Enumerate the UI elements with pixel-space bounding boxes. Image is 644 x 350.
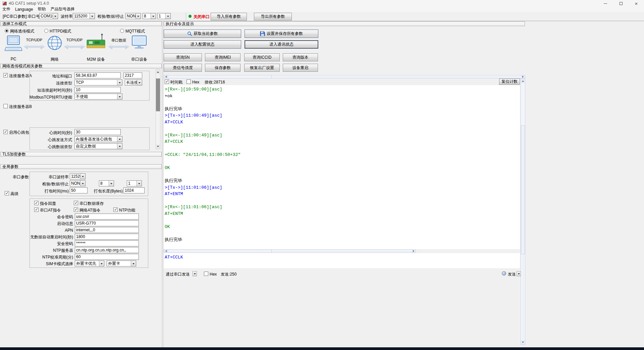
parity-select[interactable]: NONE bbox=[125, 13, 141, 19]
import-all-params-button[interactable]: 导入所有参数 bbox=[211, 13, 247, 20]
query-iccid-button[interactable]: 查询ICCID bbox=[244, 53, 280, 61]
scrollbar-track[interactable] bbox=[272, 75, 521, 78]
save-params-button[interactable]: 保存参数 bbox=[205, 64, 240, 72]
net-params-scrollbar[interactable] bbox=[156, 69, 160, 149]
export-all-params-button[interactable]: 导出所有参数 bbox=[254, 13, 292, 20]
log-line bbox=[165, 158, 520, 165]
heartbeat-checkbox[interactable] bbox=[3, 130, 8, 134]
reset-count-button[interactable]: 复位计数 bbox=[499, 78, 520, 85]
menu-item-help[interactable]: 帮助 bbox=[35, 7, 48, 12]
network-globe-icon bbox=[47, 35, 62, 52]
server-a-checkbox[interactable] bbox=[3, 73, 8, 77]
radio-mqtt-mode[interactable] bbox=[120, 29, 124, 33]
g-baud-value: 115200 bbox=[70, 174, 80, 179]
security-password-input[interactable] bbox=[75, 240, 139, 246]
send-hex-checkbox[interactable] bbox=[204, 272, 208, 276]
set-save-params-button[interactable]: 设置并保存所有参数 bbox=[245, 30, 318, 38]
close-button[interactable]: × bbox=[629, 0, 644, 7]
sim-mode-select[interactable]: 外置卡优先 bbox=[75, 260, 104, 267]
scrollbar-track[interactable] bbox=[521, 254, 525, 340]
conn-type-label: 连接类型 bbox=[27, 81, 72, 85]
com-port-select[interactable]: COM10 bbox=[39, 13, 58, 19]
hb-type-select[interactable]: 自定义数据 bbox=[74, 143, 122, 149]
scrollbar-track[interactable] bbox=[272, 250, 412, 252]
radio-net-transparent-mode[interactable] bbox=[5, 29, 9, 33]
query-sn-button[interactable]: 查询SN bbox=[164, 53, 202, 61]
pack-len-input[interactable] bbox=[123, 187, 145, 193]
g-parity-select[interactable]: NONE bbox=[70, 180, 86, 186]
hb-time-input[interactable] bbox=[74, 129, 121, 135]
databits-select[interactable]: 8 bbox=[143, 13, 156, 19]
apn-input[interactable] bbox=[75, 227, 139, 233]
cmd-echo-checkbox[interactable] bbox=[34, 201, 39, 205]
baud-select[interactable]: 115200 bbox=[73, 13, 95, 19]
send-preview-area[interactable]: AT+CCLK bbox=[164, 253, 520, 268]
minimize-button[interactable] bbox=[598, 0, 613, 7]
advanced-checkbox[interactable] bbox=[5, 191, 9, 195]
scrollbar-thumb[interactable] bbox=[156, 78, 160, 111]
send-options-icon[interactable] bbox=[502, 271, 506, 276]
ntp-checkbox[interactable] bbox=[113, 208, 118, 212]
send-dropdown[interactable] bbox=[517, 271, 521, 276]
close-serial-button[interactable]: 关闭串口 bbox=[194, 14, 210, 20]
hb-mode-select[interactable]: 向服务器发送心跳包 bbox=[74, 136, 122, 142]
send-button[interactable]: 发送 bbox=[508, 272, 516, 277]
scroll-left-icon[interactable] bbox=[164, 250, 168, 252]
timestamp-checkbox[interactable] bbox=[165, 79, 169, 84]
pack-len-label: 打包长度(Bytes) bbox=[94, 189, 122, 193]
right-panel: 执行命令及提示 获取当前参数 设置并保存所有参数 进入配置状态 进入通讯状态 查… bbox=[163, 21, 525, 347]
stopbits-select[interactable]: 1 bbox=[157, 13, 171, 19]
serial-at-checkbox[interactable] bbox=[34, 208, 39, 212]
maximize-button[interactable] bbox=[613, 0, 629, 7]
keepalive-select[interactable]: 长连接 bbox=[125, 79, 142, 85]
g-stopbits-select[interactable]: 1 bbox=[127, 180, 142, 186]
get-params-button[interactable]: 获取当前参数 bbox=[164, 30, 241, 38]
server-b-checkbox[interactable] bbox=[3, 104, 8, 108]
scroll-up-icon[interactable] bbox=[156, 70, 160, 74]
enter-config-button[interactable]: 进入配置状态 bbox=[164, 40, 241, 49]
query-imei-button[interactable]: 查询IMEI bbox=[205, 53, 240, 61]
scroll-down-icon[interactable] bbox=[156, 144, 160, 149]
scroll-right-icon[interactable] bbox=[521, 75, 525, 78]
cmd-password-input[interactable] bbox=[75, 214, 139, 220]
scroll-left-icon[interactable] bbox=[164, 75, 168, 78]
scrollbar-track[interactable] bbox=[156, 111, 160, 144]
g-databits-select[interactable]: 8 bbox=[99, 180, 114, 186]
log-bottom-hscrollbar[interactable] bbox=[164, 249, 416, 253]
scroll-up-icon[interactable] bbox=[521, 79, 525, 83]
factory-reset-button[interactable]: 恢复出厂设置 bbox=[244, 64, 280, 72]
menu-item-language[interactable]: Language bbox=[13, 7, 35, 12]
log-top-hscrollbar[interactable] bbox=[164, 75, 525, 78]
log-area[interactable]: >[Rx<-][10:59:00][asc]+ok 执行完毕>[Tx->][11… bbox=[164, 85, 520, 249]
send-method-dropdown[interactable] bbox=[193, 271, 197, 276]
scrollbar-thumb[interactable] bbox=[168, 75, 272, 78]
scrollbar-thumb[interactable] bbox=[168, 250, 272, 252]
query-version-button[interactable]: 查询版本 bbox=[283, 53, 318, 61]
short-timeout-input[interactable] bbox=[74, 87, 121, 93]
boot-info-input[interactable] bbox=[75, 220, 139, 226]
serial-cache-checkbox[interactable] bbox=[74, 201, 78, 205]
conn-type-select[interactable]: TCP bbox=[74, 79, 122, 85]
modbus-select[interactable]: 不使能 bbox=[74, 94, 122, 100]
query-signal-button[interactable]: 查信号强度 bbox=[164, 64, 202, 72]
log-hex-checkbox[interactable] bbox=[186, 79, 191, 84]
ntp-server-input[interactable] bbox=[75, 247, 139, 253]
net-at-checkbox[interactable] bbox=[74, 208, 78, 212]
ntp-period-input[interactable] bbox=[75, 254, 139, 260]
log-line: >[Rx<-][10:59:00][asc] bbox=[165, 86, 520, 93]
enter-comm-button[interactable]: 进入通讯状态 bbox=[245, 40, 318, 49]
server-a-address-input[interactable] bbox=[74, 72, 121, 78]
reboot-button[interactable]: 设备重启 bbox=[283, 64, 318, 72]
g-baud-select[interactable]: 115200 bbox=[70, 173, 86, 179]
server-a-port-input[interactable] bbox=[123, 72, 142, 78]
menu-item-product-model[interactable]: 产品型号选择 bbox=[48, 7, 77, 12]
scroll-down-icon[interactable] bbox=[521, 340, 525, 345]
scroll-right-icon[interactable] bbox=[412, 250, 416, 252]
menu-item-file[interactable]: 文件 bbox=[0, 7, 13, 12]
scrollbar-thumb[interactable] bbox=[521, 125, 525, 254]
no-data-restart-input[interactable] bbox=[75, 234, 139, 240]
radio-httpd-mode[interactable] bbox=[44, 29, 48, 33]
sim-card-select[interactable]: 外置卡 bbox=[107, 260, 136, 267]
log-vscrollbar[interactable] bbox=[521, 78, 525, 345]
pack-time-input[interactable] bbox=[70, 187, 88, 193]
